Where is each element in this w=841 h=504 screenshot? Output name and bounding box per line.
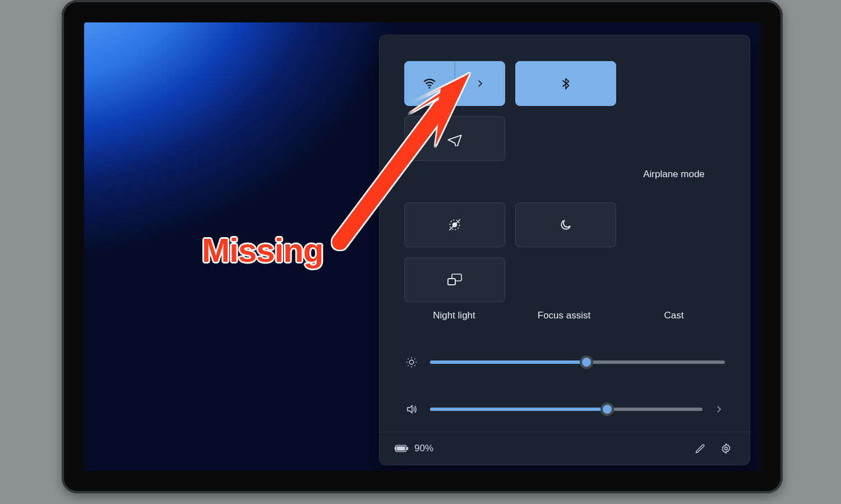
brightness-row	[404, 356, 725, 368]
wifi-toggle[interactable]	[404, 61, 505, 106]
bluetooth-toggle[interactable]	[515, 61, 616, 106]
tablet-device-frame: Airplane mode	[62, 0, 783, 493]
volume-row	[404, 403, 725, 415]
quick-settings-row-1	[380, 35, 750, 161]
svg-point-0	[429, 87, 431, 89]
wifi-icon	[422, 76, 437, 91]
airplane-icon	[447, 131, 463, 146]
brightness-icon	[404, 356, 419, 368]
svg-point-11	[725, 447, 728, 450]
wifi-toggle-main[interactable]	[405, 62, 455, 105]
moon-icon	[559, 218, 572, 232]
quick-settings-row-2-labels: Night light Focus assist Cast	[380, 302, 750, 321]
quick-settings-footer: 90%	[380, 432, 750, 465]
screen: Airplane mode	[84, 22, 760, 471]
brightness-slider[interactable]	[430, 360, 725, 364]
night-light-label: Night light	[404, 310, 504, 321]
airplane-mode-toggle[interactable]	[404, 116, 505, 161]
cast-label: Cast	[624, 310, 724, 321]
focus-assist-toggle[interactable]	[515, 202, 616, 247]
volume-expand-button[interactable]	[714, 404, 725, 414]
edit-quick-settings-button[interactable]	[691, 440, 709, 457]
volume-icon	[404, 403, 419, 415]
cast-icon	[447, 273, 463, 286]
annotation-label: Missing	[202, 231, 323, 270]
quick-settings-row-1-labels: Airplane mode	[380, 161, 750, 180]
focus-assist-label: Focus assist	[514, 310, 614, 321]
svg-point-7	[409, 360, 413, 364]
settings-button[interactable]	[717, 440, 735, 457]
svg-rect-9	[406, 447, 408, 450]
gear-icon	[720, 443, 732, 454]
chevron-right-icon	[475, 78, 485, 89]
volume-slider[interactable]	[430, 408, 703, 411]
wifi-label	[404, 169, 504, 180]
bluetooth-label	[514, 169, 614, 180]
svg-rect-4	[448, 279, 455, 285]
night-light-toggle[interactable]	[404, 202, 505, 247]
quick-settings-panel: Airplane mode	[379, 35, 750, 465]
cast-toggle[interactable]	[404, 257, 505, 302]
bluetooth-icon	[560, 76, 572, 91]
sliders-section	[380, 321, 750, 415]
quick-settings-row-2	[380, 180, 750, 302]
wifi-expand-button[interactable]	[455, 62, 505, 105]
pencil-icon	[695, 443, 706, 454]
airplane-mode-label: Airplane mode	[624, 169, 724, 180]
night-light-icon	[447, 218, 462, 232]
svg-rect-10	[397, 446, 405, 450]
battery-icon	[394, 443, 409, 454]
battery-percentage-label: 90%	[414, 443, 433, 454]
